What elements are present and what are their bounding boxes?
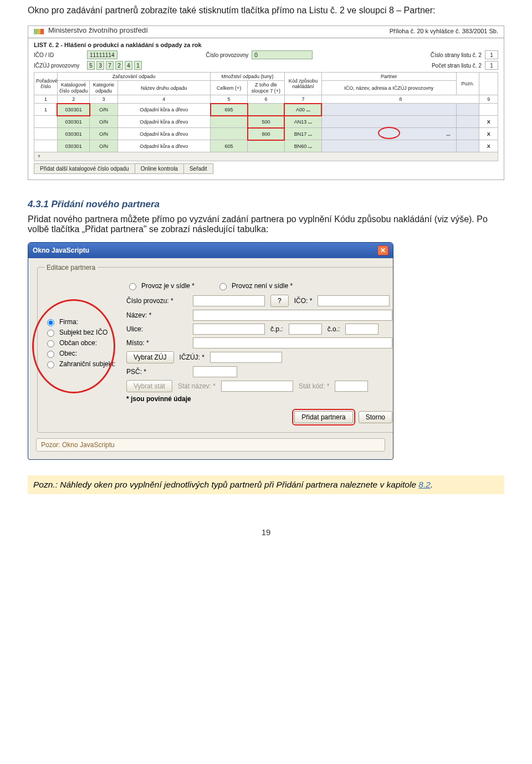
btn-online-check[interactable]: Online kontrola — [135, 163, 183, 174]
provoz-label: Číslo provozovny — [206, 52, 249, 58]
input-nazev[interactable] — [193, 310, 392, 321]
iczuj-digits[interactable]: 537241 — [87, 61, 142, 70]
th-nazev: Název druhu odpadu — [117, 81, 210, 95]
fieldset-legend: Editace partnera — [44, 264, 98, 271]
intro-text: Okno pro zadávání partnerů zobrazíte tak… — [28, 6, 504, 16]
table-row: 030301O/NOdpadní kůra a dřevo605BN60 ...… — [34, 140, 498, 152]
lbl-cp: č.p.: — [270, 325, 283, 333]
input-stat-nazev — [221, 381, 293, 392]
ico-label: IČO / ID — [34, 52, 84, 58]
pocet-label: Počet stran listu č. 2 — [432, 63, 482, 69]
input-stat-kod — [335, 381, 368, 392]
lbl-iczuj: IČZÚJ: * — [180, 353, 204, 361]
note-box: Pozn.: Náhledy oken pro vyplnění jednotl… — [28, 475, 504, 494]
lbl-cislo-provozu: Číslo provozu: * — [126, 297, 187, 305]
btn-pridat-partnera[interactable]: Přidat partnera — [294, 411, 352, 423]
th-kateg: Kategorie odpadu — [90, 81, 117, 95]
brand-text: Ministerstvo životního prostředí — [48, 26, 148, 34]
lbl-ulice: Ulice: — [126, 325, 187, 333]
th-celk: Celkem (+) — [211, 81, 248, 95]
th-partner: Partner — [321, 73, 456, 81]
th-blank — [479, 73, 498, 95]
input-cislo-provozu[interactable] — [193, 295, 265, 306]
close-icon[interactable]: ✕ — [377, 245, 388, 255]
radio-partner-type[interactable]: Zahraniční subjekt: — [44, 360, 122, 368]
th-pozn: Pozn. — [456, 73, 479, 95]
lbl-nazev: Název: * — [126, 311, 187, 319]
btn-vybrat-zuj[interactable]: Vybrat ZÚJ — [126, 351, 174, 363]
radio-provoz-sidle[interactable]: Provoz je v sídle * — [126, 281, 195, 290]
table-row: 030301O/NOdpadní kůra a dřevo500AN13 ...… — [34, 116, 498, 128]
mandatory-note: * jsou povinné údaje — [126, 395, 191, 403]
btn-vybrat-stat: Vybrat stát — [126, 380, 172, 392]
strana-label: Číslo strany listu č. 2 — [431, 52, 482, 58]
iczuj-label: IČZÚJ provozovny — [34, 63, 84, 69]
strana-value: 1 — [485, 50, 498, 59]
partner-select-button[interactable]: ... — [446, 131, 451, 137]
add-row-button[interactable]: + — [38, 153, 40, 159]
btn-add-catalog[interactable]: Přidat další katalogové číslo odpadu — [34, 163, 135, 174]
th-kod: Kód způsobu nakládání — [284, 73, 321, 95]
radio-partner-type[interactable]: Subjekt bez IČO — [44, 328, 122, 337]
lbl-co: č.o.: — [328, 325, 340, 333]
radio-partner-type[interactable]: Obec: — [44, 349, 122, 358]
warning-bar: Pozor: Okno JavaScriptu — [36, 438, 385, 452]
help-button[interactable]: ? — [270, 295, 289, 307]
radio-provoz-neni[interactable]: Provoz není v sídle * — [217, 281, 293, 290]
th-partner-sub: IČO, název, adresa a IČZÚJ provozovny — [321, 81, 456, 95]
attachment-label: Příloha č. 20 k vyhlášce č. 383/2001 Sb. — [390, 28, 498, 34]
radio-partner-type[interactable]: Firma: — [44, 317, 122, 326]
lbl-stat-nazev: Stát název: * — [178, 382, 216, 390]
input-misto[interactable] — [193, 337, 392, 348]
lbl-psc: PSČ: * — [126, 368, 187, 376]
note-link[interactable]: 8.2 — [418, 480, 431, 489]
page-number: 19 — [28, 527, 504, 537]
th-katalog: Katalogové číslo odpadu — [57, 81, 90, 95]
th-mnoz: Množství odpadu (tuny) — [211, 73, 285, 81]
section-paragraph: Přidat nového partnera můžete přímo po v… — [28, 214, 504, 234]
table-row: 1030301O/NOdpadní kůra a dřevo695A00 ... — [34, 104, 498, 116]
logo-flag-icon — [34, 29, 44, 34]
th-zaraz: Zařazování odpadu — [57, 73, 210, 81]
screenshot-dialog: Okno JavaScriptu ✕ Editace partnera Firm… — [28, 242, 393, 460]
screenshot-list2: Ministerstvo životního prostředí Příloha… — [28, 25, 504, 180]
lbl-misto: Místo: * — [126, 339, 187, 347]
section-heading: 4.3.1 Přidání nového partnera — [28, 199, 504, 210]
dialog-title: Okno JavaScriptu — [33, 247, 89, 254]
table-row: 030301O/NOdpadní kůra a dřevo800BN17 ...… — [34, 128, 498, 140]
pocet-value: 1 — [485, 61, 498, 70]
radio-partner-type[interactable]: Občan obce: — [44, 339, 122, 347]
lbl-ico: IČO: * — [294, 297, 313, 305]
input-ulデータ: ulice[interactable] — [193, 324, 265, 335]
ico-value[interactable]: 11111114 — [87, 50, 117, 59]
input-psc[interactable] — [193, 366, 237, 377]
lbl-stat-kod: Stát kód: * — [299, 382, 329, 390]
btn-storno[interactable]: Storno — [359, 411, 392, 423]
input-iczuj[interactable] — [210, 352, 282, 363]
provoz-value[interactable]: 0 — [252, 50, 313, 59]
input-cp[interactable] — [289, 324, 322, 335]
th-ztoh: Z toho dle sloupce 7 (+) — [248, 81, 285, 95]
input-co[interactable] — [345, 324, 378, 335]
th-porad: Pořadové číslo — [34, 73, 58, 95]
waste-table: Pořadové číslo Zařazování odpadu Množstv… — [34, 72, 498, 161]
note-text: Pozn.: Náhledy oken pro vyplnění jednotl… — [33, 480, 418, 489]
btn-sort[interactable]: Seřadit — [183, 163, 213, 174]
list-title: LIST č. 2 - Hlášení o produkci a nakládá… — [34, 42, 498, 48]
input-ico[interactable] — [318, 295, 390, 306]
